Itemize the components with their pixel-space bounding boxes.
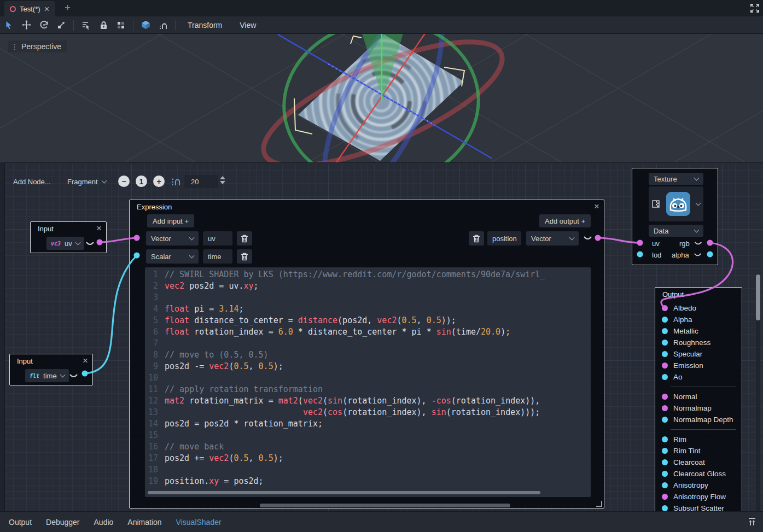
port-dot[interactable] bbox=[662, 374, 668, 380]
input-name-field[interactable]: uv bbox=[203, 231, 232, 245]
scale-tool-button[interactable] bbox=[53, 18, 70, 32]
port-dot[interactable] bbox=[662, 494, 668, 500]
port-preview-toggle-icon[interactable] bbox=[69, 373, 78, 379]
add-node-button[interactable]: Add Node... bbox=[8, 174, 56, 189]
scene-tab-test[interactable]: Test(*) × bbox=[4, 1, 55, 16]
node-horizontal-scrollbar[interactable] bbox=[260, 504, 510, 507]
port-dot[interactable] bbox=[662, 448, 668, 454]
local-space-button[interactable] bbox=[137, 18, 154, 32]
output-port-normal[interactable]: Normal bbox=[662, 391, 736, 402]
viewport-mode-menu[interactable]: ⋮ Perspective bbox=[8, 40, 67, 52]
port-dot[interactable] bbox=[662, 505, 668, 511]
port-dot[interactable] bbox=[662, 405, 668, 411]
texture-preview[interactable] bbox=[649, 186, 703, 221]
port-dot[interactable] bbox=[662, 305, 668, 311]
port-preview-toggle-icon[interactable] bbox=[694, 241, 702, 246]
input-source-dropdown[interactable]: vc3 uv bbox=[46, 237, 84, 250]
transform-menu[interactable]: Transform bbox=[179, 21, 231, 30]
shader-mode-dropdown[interactable]: Fragment bbox=[62, 174, 112, 189]
spin-up-icon[interactable] bbox=[220, 176, 225, 179]
output-port-albedo[interactable]: Albedo bbox=[662, 302, 736, 314]
snap-mode-button[interactable] bbox=[154, 18, 172, 32]
expression-code-editor[interactable]: 1// SWIRL SHADER by LKS (https://www.red… bbox=[145, 267, 591, 497]
scrollbar-thumb[interactable] bbox=[756, 274, 760, 320]
input-type-dropdown[interactable]: Vector bbox=[146, 231, 199, 245]
new-tab-button[interactable]: + bbox=[65, 2, 71, 14]
output-name-field[interactable]: position bbox=[487, 231, 521, 245]
lock-selected-button[interactable] bbox=[95, 18, 112, 32]
select-tool-button[interactable] bbox=[0, 18, 18, 32]
code-horizontal-scrollbar[interactable] bbox=[148, 491, 540, 494]
output-port-clearcoat[interactable]: Clearcoat bbox=[662, 457, 736, 468]
select-list-button[interactable] bbox=[77, 18, 95, 32]
output-port-specular[interactable]: Specular bbox=[662, 348, 736, 360]
zoom-in-button[interactable]: + bbox=[153, 176, 165, 187]
graph-node-texture[interactable]: Texture Data uv bbox=[632, 168, 718, 265]
output-port-rim-tint[interactable]: Rim Tint bbox=[662, 445, 736, 457]
bottom-tab-animation[interactable]: Animation bbox=[127, 518, 161, 527]
texture-data-dropdown[interactable]: Data bbox=[649, 225, 703, 237]
input-source-dropdown[interactable]: flt time bbox=[25, 369, 69, 382]
expand-panel-icon[interactable] bbox=[747, 517, 758, 526]
output-port-normalmap-depth[interactable]: Normalmap Depth bbox=[662, 414, 736, 425]
output-port-roughness[interactable]: Roughness bbox=[662, 337, 736, 348]
output-port-normalmap[interactable]: Normalmap bbox=[662, 402, 736, 414]
port-preview-toggle-icon[interactable] bbox=[85, 241, 95, 247]
zoom-out-button[interactable]: − bbox=[118, 176, 130, 187]
output-port-clearcoat-gloss[interactable]: Clearcoat Gloss bbox=[662, 468, 736, 480]
port-dot[interactable] bbox=[662, 459, 668, 465]
port-dot[interactable] bbox=[662, 436, 668, 442]
port-dot[interactable] bbox=[662, 340, 668, 346]
close-icon[interactable]: × bbox=[594, 202, 599, 211]
spin-down-icon[interactable] bbox=[220, 181, 225, 184]
input-name-field[interactable]: time bbox=[203, 249, 232, 264]
output-port-emission[interactable]: Emission bbox=[662, 360, 736, 371]
port-dot[interactable] bbox=[662, 328, 668, 334]
port-dot[interactable] bbox=[662, 417, 668, 423]
close-icon[interactable]: × bbox=[83, 356, 88, 365]
graph-vertical-scrollbar[interactable] bbox=[756, 273, 760, 511]
view-menu[interactable]: View bbox=[231, 21, 265, 30]
spinbox-steppers[interactable] bbox=[220, 176, 225, 184]
edit-texture-icon[interactable] bbox=[652, 200, 660, 208]
port-dot[interactable] bbox=[662, 317, 668, 323]
node-resize-handle[interactable] bbox=[596, 501, 602, 507]
output-type-dropdown[interactable]: Vector bbox=[526, 231, 579, 245]
output-port-rim[interactable]: Rim bbox=[662, 434, 736, 445]
add-output-button[interactable]: Add output + bbox=[539, 214, 591, 227]
snap-toggle-button[interactable] bbox=[171, 176, 182, 186]
rotate-tool-button[interactable] bbox=[35, 18, 53, 32]
graph-node-input-time[interactable]: Input × flt time bbox=[9, 354, 93, 385]
bottom-tab-audio[interactable]: Audio bbox=[94, 518, 114, 527]
add-input-button[interactable]: Add input + bbox=[147, 214, 194, 227]
group-selected-button[interactable] bbox=[112, 18, 130, 32]
port-dot[interactable] bbox=[662, 471, 668, 477]
move-tool-button[interactable] bbox=[18, 18, 35, 32]
3d-viewport[interactable]: ⋮ Perspective bbox=[0, 34, 763, 162]
zoom-reset-button[interactable]: 1 bbox=[136, 176, 147, 187]
tab-close-icon[interactable]: × bbox=[44, 4, 50, 14]
port-preview-toggle-icon[interactable] bbox=[694, 253, 702, 258]
graph-node-expression[interactable]: Expression × Add input + Add output + Ve… bbox=[129, 200, 604, 508]
delete-output-button[interactable] bbox=[469, 231, 484, 245]
output-port-alpha[interactable]: Alpha bbox=[662, 314, 736, 325]
port-dot[interactable] bbox=[662, 351, 668, 357]
output-port-metallic[interactable]: Metallic bbox=[662, 325, 736, 337]
output-port-ao[interactable]: Ao bbox=[662, 371, 736, 383]
close-icon[interactable]: × bbox=[96, 224, 102, 233]
port-dot[interactable] bbox=[662, 394, 668, 400]
delete-input-button[interactable] bbox=[237, 249, 252, 264]
bottom-tab-output[interactable]: Output bbox=[9, 518, 32, 527]
port-dot[interactable] bbox=[662, 482, 668, 488]
output-port-anisotropy-flow[interactable]: Anisotropy Flow bbox=[662, 491, 736, 502]
snap-distance-spinbox[interactable]: 20 bbox=[184, 175, 218, 188]
port-preview-toggle-icon[interactable] bbox=[583, 236, 592, 241]
graph-node-input-uv[interactable]: Input × vc3 uv bbox=[30, 221, 107, 253]
graph-node-output[interactable]: Output AlbedoAlphaMetallicRoughnessSpecu… bbox=[655, 287, 742, 512]
fullscreen-icon[interactable] bbox=[750, 3, 760, 13]
port-dot[interactable] bbox=[662, 363, 668, 369]
delete-input-button[interactable] bbox=[237, 231, 252, 245]
texture-source-dropdown[interactable]: Texture bbox=[649, 173, 703, 185]
bottom-tab-visualshader[interactable]: VisualShader bbox=[176, 518, 222, 527]
output-port-anisotropy[interactable]: Anisotropy bbox=[662, 480, 736, 491]
